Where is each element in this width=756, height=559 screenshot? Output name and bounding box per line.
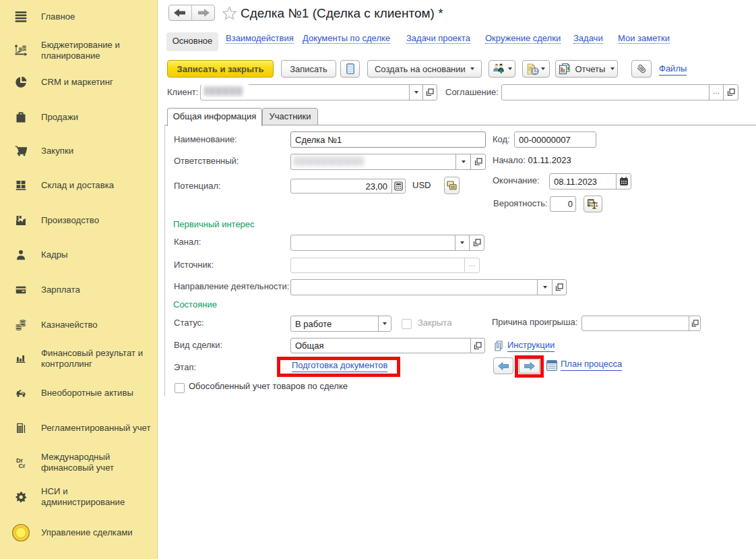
svg-text:Cr: Cr xyxy=(19,462,26,468)
